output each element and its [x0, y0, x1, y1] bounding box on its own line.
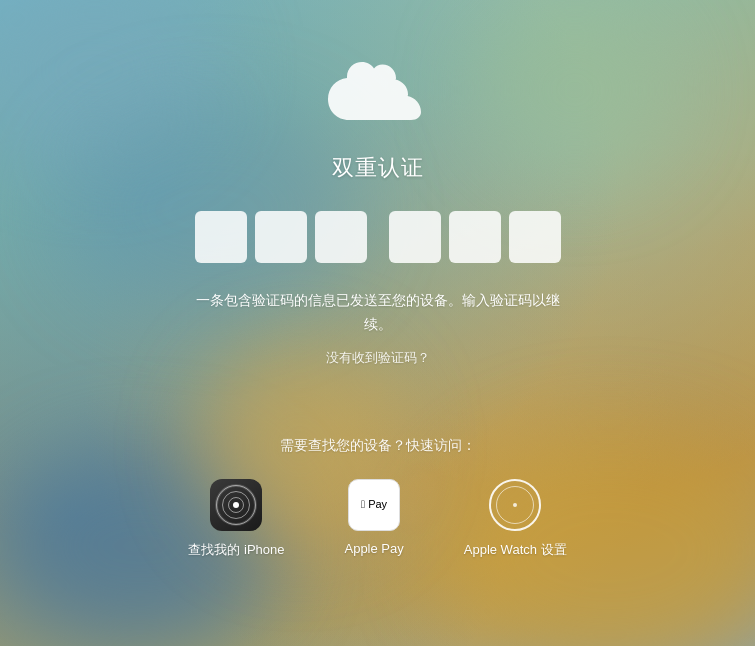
quick-access-header: 需要查找您的设备？快速访问： — [280, 437, 476, 455]
code-box-3[interactable] — [315, 211, 367, 263]
apple-pay-label: Apple Pay — [344, 541, 403, 556]
apple-pay-button[interactable]:  Pay Apple Pay — [344, 479, 403, 556]
code-box-1[interactable] — [195, 211, 247, 263]
code-input-group — [195, 211, 561, 263]
quick-access-items: 查找我的 iPhone  Pay Apple Pay Apple W — [188, 479, 566, 559]
apple-pay-icon:  Pay — [348, 479, 400, 531]
main-container: 双重认证 一条包含验证码的信息已发送至您的设备。输入验证码以继续。 没有收到验证… — [0, 0, 755, 646]
description-text: 一条包含验证码的信息已发送至您的设备。输入验证码以继续。 — [188, 289, 568, 337]
code-box-5[interactable] — [449, 211, 501, 263]
no-code-link[interactable]: 没有收到验证码？ — [326, 349, 430, 367]
code-box-6[interactable] — [509, 211, 561, 263]
page-title: 双重认证 — [332, 153, 424, 183]
code-box-4[interactable] — [389, 211, 441, 263]
find-iphone-label: 查找我的 iPhone — [188, 541, 284, 559]
find-iphone-button[interactable]: 查找我的 iPhone — [188, 479, 284, 559]
apple-watch-button[interactable]: Apple Watch 设置 — [464, 479, 567, 559]
apple-watch-label: Apple Watch 设置 — [464, 541, 567, 559]
quick-access-section: 需要查找您的设备？快速访问： 查找我的 iPhone — [0, 437, 755, 559]
apple-watch-icon — [489, 479, 541, 531]
cloud-icon — [323, 60, 433, 135]
find-my-iphone-icon — [210, 479, 262, 531]
code-box-2[interactable] — [255, 211, 307, 263]
